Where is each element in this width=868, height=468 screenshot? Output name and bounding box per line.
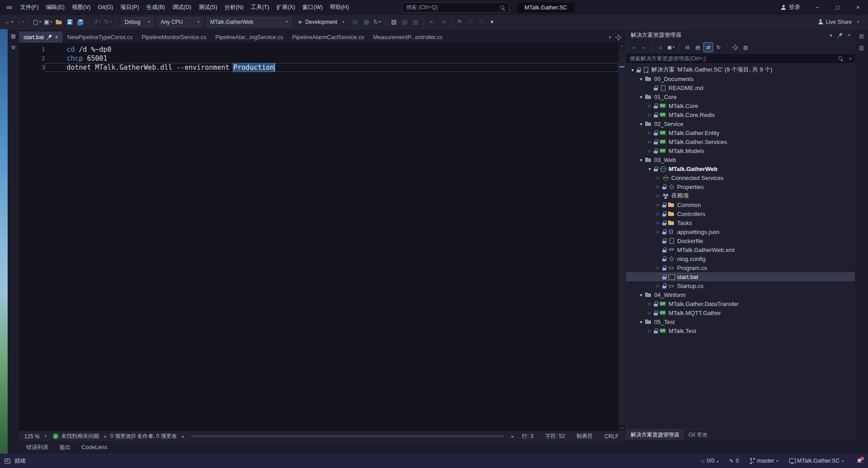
properties-icon[interactable] <box>731 43 740 52</box>
code-editor[interactable]: 1cd /d %~dp02chcp 650013dotnet MTalk.Gat… <box>19 43 626 431</box>
git-changes-summary[interactable]: 0 项更改|0 名作者, 0 项更改 <box>110 432 177 440</box>
tree-item[interactable]: ▷MTalk.Gather.Services <box>626 137 855 146</box>
find-in-files-icon[interactable]: ▤ <box>389 17 399 27</box>
tree-item[interactable]: ▷MTalk.MQTT.Gather <box>626 308 855 317</box>
zoom-selector[interactable]: 125 % ▾ <box>23 433 48 440</box>
tree-item[interactable]: ▷appsettings.json <box>626 227 855 236</box>
notifications-button[interactable] <box>857 459 862 463</box>
tree-item[interactable]: ▾03_Web <box>626 155 855 164</box>
editor-tab[interactable]: NewPipelineTypeConst.cs <box>63 32 137 43</box>
editor-tab[interactable]: PipelineMonitorService.cs <box>137 32 211 43</box>
expand-arrow-icon[interactable]: ▷ <box>655 284 662 288</box>
menu-item-11[interactable]: 扩展(X) <box>273 0 299 15</box>
expand-arrow-icon[interactable]: ▷ <box>646 112 653 117</box>
tree-item[interactable]: ▷MTalk.Gather.Entity <box>626 128 855 137</box>
quick-search-box[interactable]: 搜索 (Ctrl+Q) <box>402 2 509 13</box>
menu-item-7[interactable]: 调试(D) <box>169 0 195 15</box>
new-project-icon[interactable]: ▢▾ <box>32 17 42 27</box>
collapse-all-icon[interactable]: ⊟ <box>683 43 692 52</box>
tool-window-icon[interactable] <box>5 459 10 464</box>
editor-tab[interactable]: start.bat× <box>19 32 63 43</box>
expand-arrow-icon[interactable]: ▷ <box>646 140 653 144</box>
tree-item[interactable]: ▷MTalk.Models <box>626 146 855 155</box>
tree-item[interactable]: ▷Properties <box>626 182 855 191</box>
hot-reload-icon[interactable]: ↻▾ <box>372 17 382 27</box>
expand-arrow-icon[interactable]: ▷ <box>646 302 653 306</box>
toolbar-options-icon[interactable]: ▾ <box>487 17 497 27</box>
pending-edits-button[interactable]: ✎ 0 <box>729 458 739 464</box>
minimize-button[interactable]: − <box>807 0 827 15</box>
branch-selector[interactable]: master ▾ <box>750 458 778 464</box>
scroll-right-icon[interactable]: ▸ <box>511 434 514 439</box>
show-all-files-icon[interactable]: ▤ <box>693 43 702 52</box>
tree-item[interactable]: ▾解决方案 'MTalk.Gather.SC' (9 个项目, 共 9 个) <box>626 65 855 74</box>
editor-options-icon[interactable] <box>615 34 621 40</box>
properties-tab-icon[interactable]: ▤ <box>859 33 864 39</box>
indent-mode-indicator[interactable]: 制表符 <box>577 432 593 440</box>
dropdown-solution-configurations[interactable]: Debug▾ <box>121 17 154 27</box>
dropdown-solution-platforms[interactable]: Any CPU▾ <box>157 17 203 27</box>
sign-in-button[interactable]: 登录 <box>773 0 807 15</box>
tree-item[interactable]: ▷MTalk.Test <box>626 326 855 335</box>
bottom-panel-tab[interactable]: CodeLens <box>77 443 112 452</box>
collapse-arrow-icon[interactable]: ▾ <box>637 76 645 81</box>
tree-item[interactable]: ▾05_Test <box>626 317 855 326</box>
expand-arrow-icon[interactable]: ▷ <box>655 230 662 234</box>
maximize-button[interactable]: □ <box>827 0 848 15</box>
expand-arrow-icon[interactable]: ▷ <box>655 176 662 180</box>
window-position-icon[interactable]: ▾ <box>830 33 832 38</box>
switch-views-icon[interactable]: ▣▾ <box>666 43 675 52</box>
menu-item-3[interactable]: 视图(V) <box>68 0 94 15</box>
start-debugging-button[interactable]: ▶Development▾ <box>295 17 348 27</box>
pin-icon[interactable] <box>47 35 52 40</box>
tree-item[interactable]: ▾01_Core <box>626 92 855 101</box>
code-line[interactable]: 2chcp 65001 <box>19 54 618 63</box>
tree-item[interactable]: ▾04_Winform <box>626 290 855 299</box>
menu-item-1[interactable]: 文件(F) <box>17 0 42 15</box>
panel-tab[interactable]: Git 更改 <box>684 429 712 440</box>
git-sync-button[interactable]: ↑↓ 0/0 ▴ <box>701 458 719 464</box>
expand-arrow-icon[interactable]: ▷ <box>655 184 662 189</box>
live-share-button[interactable]: Live Share ▾ <box>818 19 864 25</box>
editor-tab[interactable]: MeasurementP...ontroller.cs <box>369 32 447 43</box>
code-line[interactable]: 3dotnet MTalk.GatherWeb.dll --environmen… <box>19 63 618 72</box>
sync-with-active-document-icon[interactable]: ⇄ <box>704 43 713 52</box>
bottom-panel-tab[interactable]: 错误列表 <box>22 442 53 453</box>
menu-item-8[interactable]: 测试(S) <box>195 0 221 15</box>
expand-arrow-icon[interactable]: ▷ <box>646 310 653 315</box>
tree-item[interactable]: ▷MTalk.Gather.DataTransfer <box>626 299 855 308</box>
home-icon[interactable]: ⌂ <box>656 43 665 52</box>
expand-arrow-icon[interactable]: ▷ <box>655 220 662 225</box>
tree-item[interactable]: ▷Connected Services <box>626 173 855 182</box>
menu-item-9[interactable]: 分析(N) <box>221 0 247 15</box>
tree-item[interactable]: ▾MTalk.GatherWeb <box>626 164 855 173</box>
save-icon[interactable] <box>65 17 75 27</box>
repo-selector[interactable]: MTalk.Gather.SC ▾ <box>789 458 844 464</box>
expand-arrow-icon[interactable]: ▷ <box>646 328 653 333</box>
tree-item[interactable]: MTalk.GatherWeb.xml <box>626 245 855 254</box>
tree-item[interactable]: ▷Controllers <box>626 209 855 218</box>
horizontal-scrollbar[interactable] <box>190 434 505 439</box>
document-health-indicator[interactable]: ✓ 未找到相关问题 <box>53 432 99 440</box>
tree-item[interactable]: ▷MTalk.Core.Redis <box>626 110 855 119</box>
toolbox-icon[interactable]: ⚒ <box>11 45 16 51</box>
menu-item-10[interactable]: 工具(T) <box>247 0 273 15</box>
panel-tab[interactable]: 解决方案资源管理器 <box>626 429 684 440</box>
preview-selected-items-icon[interactable]: ▥ <box>741 43 750 52</box>
menu-item-12[interactable]: 窗口(W) <box>299 0 326 15</box>
expand-arrow-icon[interactable]: ▷ <box>655 202 662 207</box>
editor-tab[interactable]: PipelineAlar...ingService.cs <box>211 32 288 43</box>
tree-item[interactable]: nlog.config <box>626 254 855 263</box>
start-without-debugging-icon[interactable]: ▷ <box>351 17 361 27</box>
pin-icon[interactable] <box>837 33 842 38</box>
editor-tab[interactable]: PipelineAlarmCaclService.cs <box>288 32 369 43</box>
refresh-icon[interactable]: ↻ <box>714 43 723 52</box>
expand-arrow-icon[interactable]: ▷ <box>646 130 653 135</box>
menu-item-13[interactable]: 帮助(H) <box>326 0 353 15</box>
tree-item[interactable]: ▾00_Documents <box>626 74 855 83</box>
active-files-list-icon[interactable]: ▾ <box>609 35 611 40</box>
tree-item[interactable]: ▷MTalk.Core <box>626 101 855 110</box>
tree-item[interactable]: ▾02_Service <box>626 119 855 128</box>
menu-item-2[interactable]: 编辑(E) <box>42 0 68 15</box>
scroll-left-icon[interactable]: ◂ <box>181 434 184 439</box>
